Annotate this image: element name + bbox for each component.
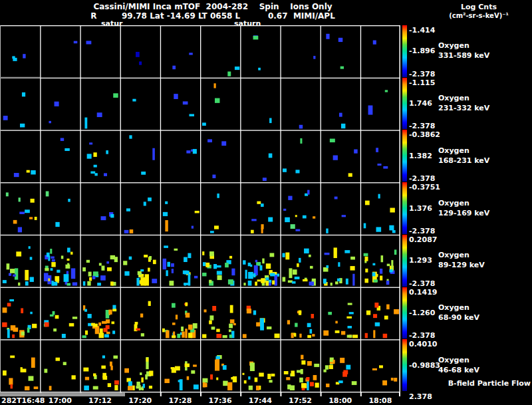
scale-mid-row-6: -0.9883 [409, 361, 440, 370]
energy-label-row-2: Oxygen 168-231 keV [438, 146, 489, 166]
scale-top-row-2: -0.3862 [409, 130, 440, 139]
colorbar-row-2 [402, 130, 407, 182]
scale-mid-row-4: 1.293 [409, 256, 432, 265]
scale-bottom-row-4: -2.378 [409, 279, 435, 288]
energy-label-row-4: Oxygen 89-129 keV [438, 250, 485, 270]
scale-bottom-row-6: 2.378 [409, 392, 432, 401]
scale-mid-row-0: -1.896 [409, 47, 435, 55]
energy-label-row-3: Oxygen 129-169 keV [438, 198, 489, 218]
scale-mid-row-5: -1.260 [409, 309, 435, 317]
colorbar-row-4 [402, 235, 407, 287]
time-tick-label-2: 17:12 [80, 396, 120, 405]
scale-mid-row-1: 1.746 [409, 99, 432, 108]
scale-top-row-0: -1.414 [409, 26, 435, 35]
scale-bottom-row-3: -2.378 [409, 227, 435, 235]
energy-label-row-1: Oxygen 231-332 keV [438, 93, 489, 113]
scale-bottom-row-5: -2.378 [409, 331, 435, 340]
cassini-mimi-plot-window: Cassini/MIMI Inca mTOF 2004-282 Spin Ion… [0, 0, 532, 405]
time-tick-label-1: 17:00 [40, 396, 80, 405]
bfield-flow-label: B-field Particle Flow [448, 379, 531, 388]
energy-label-row-5: Oxygen 68-90 keV [438, 303, 479, 323]
scale-top-row-5: 0.1419 [409, 288, 437, 297]
scale-mid-row-3: 1.376 [409, 204, 432, 213]
energy-label-row-0: Oxygen 331-589 keV [438, 41, 489, 61]
colorbar-row-6 [402, 339, 407, 391]
time-tick-label-4: 17:28 [160, 396, 200, 405]
time-tick-label-8: 18:00 [321, 396, 360, 405]
scale-bottom-row-2: -2.378 [409, 174, 435, 183]
scale-mid-row-2: 1.382 [409, 152, 432, 160]
ephemeris-line: R 99.78 Lat -14.69 LT 0658 L 0.67 MIMI/A… [0, 11, 426, 21]
colorbar-row-1 [402, 78, 407, 130]
time-tick-label-3: 17:20 [120, 396, 160, 405]
time-tick-label-6: 17:44 [240, 396, 280, 405]
scale-top-row-6: 0.4010 [409, 340, 437, 348]
time-tick-label-9: 18:08 [360, 396, 400, 405]
scale-top-row-4: 0.2087 [409, 235, 437, 244]
colorbar-row-0 [402, 25, 407, 77]
energy-label-row-6: Oxygen 46-68 keV [438, 355, 479, 375]
scale-top-row-3: -0.3751 [409, 183, 440, 192]
colorbar-units-title: Log Cnts [426, 3, 532, 11]
colorbar-units-subtitle: (cm²-sr-s-keV)⁻¹ [426, 12, 532, 19]
time-tick-label-5: 17:36 [200, 396, 240, 405]
spectrogram-canvas [0, 25, 402, 396]
colorbar-row-3 [402, 182, 407, 234]
colorbar-row-5 [402, 287, 407, 339]
time-tick-label-7: 17:52 [281, 396, 321, 405]
scale-top-row-1: -1.115 [409, 78, 435, 87]
plot-title: Cassini/MIMI Inca mTOF 2004-282 Spin Ion… [0, 2, 426, 11]
scale-bottom-row-1: -2.378 [409, 122, 435, 130]
scale-bottom-row-0: -2.378 [409, 70, 435, 78]
